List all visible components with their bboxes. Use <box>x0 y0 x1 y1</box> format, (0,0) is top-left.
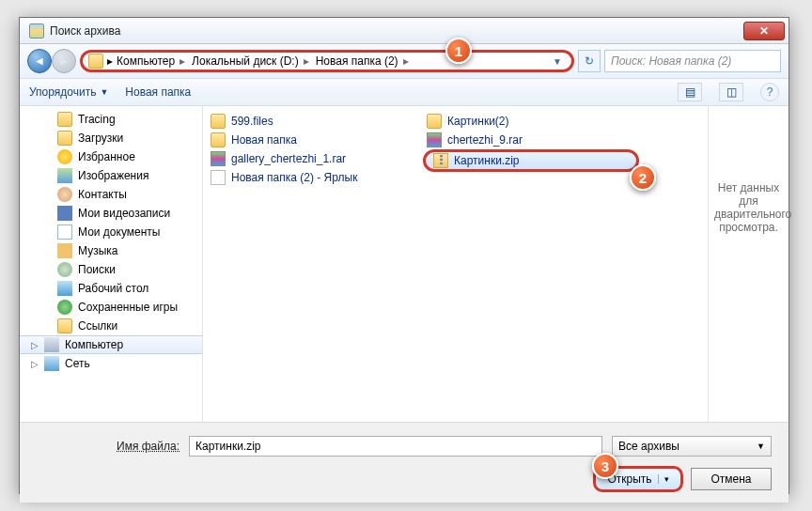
document-icon <box>57 225 72 240</box>
video-icon <box>57 206 72 221</box>
callout-2: 2 <box>630 164 656 191</box>
organize-button[interactable]: Упорядочить ▼ <box>29 85 108 99</box>
breadcrumb-folder[interactable]: Новая папка (2)▸ <box>316 54 412 68</box>
sidebar-item-images[interactable]: Изображения <box>20 166 202 185</box>
app-icon <box>29 23 44 39</box>
folder-icon <box>57 318 72 333</box>
folder-icon <box>211 132 226 147</box>
sidebar-item-tracing[interactable]: Tracing <box>20 110 202 129</box>
search-input[interactable]: Поиск: Новая папка (2) <box>604 50 781 72</box>
callout-1: 1 <box>445 38 472 64</box>
file-item[interactable]: Картинки(2) <box>423 112 639 131</box>
sidebar-item-downloads[interactable]: Загрузки <box>20 129 202 147</box>
star-icon <box>57 149 72 164</box>
sidebar-item-contacts[interactable]: Контакты <box>20 185 202 204</box>
music-icon <box>57 243 72 258</box>
file-item[interactable]: Новая папка (2) - Ярлык <box>207 168 423 187</box>
sidebar-item-myvideos[interactable]: Мои видеозаписи <box>20 204 202 223</box>
view-mode-button[interactable]: ▤ <box>678 83 702 101</box>
help-button[interactable]: ? <box>760 83 779 101</box>
nav-forward-button[interactable]: ► <box>52 49 76 73</box>
chevron-right-icon: ▸ <box>107 54 113 68</box>
rar-icon <box>427 132 442 147</box>
breadcrumb-drive[interactable]: Локальный диск (D:)▸ <box>192 54 312 68</box>
sidebar-item-searches[interactable]: Поиски <box>20 260 202 279</box>
sidebar: Tracing Загрузки Избранное Изображения К… <box>20 106 203 422</box>
nav-back-button[interactable]: ◄ <box>27 49 52 73</box>
address-bar[interactable]: ▸ Компьютер▸ Локальный диск (D:)▸ Новая … <box>80 50 574 72</box>
window-title: Поиск архива <box>50 24 743 38</box>
sidebar-item-favorites[interactable]: Избранное <box>20 147 202 166</box>
game-icon <box>57 300 72 315</box>
file-item[interactable]: chertezhi_9.rar <box>423 131 639 149</box>
sidebar-item-desktop[interactable]: Рабочий стол <box>20 279 202 298</box>
folder-icon <box>427 114 442 129</box>
network-icon <box>44 356 59 371</box>
sidebar-item-links[interactable]: Ссылки <box>20 317 202 335</box>
titlebar: Поиск архива ✕ <box>20 18 789 44</box>
close-button[interactable]: ✕ <box>743 22 785 40</box>
sidebar-item-mydocs[interactable]: Мои документы <box>20 223 202 241</box>
sidebar-item-savedgames[interactable]: Сохраненные игры <box>20 298 202 317</box>
toolbar: Упорядочить ▼ Новая папка ▤ ◫ ? <box>20 78 789 106</box>
folder-icon <box>57 131 72 146</box>
zip-icon <box>433 153 448 168</box>
bottom-bar: Имя файла: Все архивы▼ Открыть ▾ Отмена <box>20 422 789 503</box>
image-icon <box>57 168 72 183</box>
computer-icon <box>44 337 59 352</box>
preview-pane: Нет данных для дварительного просмотра. <box>708 106 789 422</box>
content-area: Tracing Загрузки Избранное Изображения К… <box>20 106 789 422</box>
callout-3: 3 <box>592 453 618 479</box>
file-item[interactable]: 599.files <box>207 112 423 131</box>
open-dialog: Поиск архива ✕ ◄ ► ▸ Компьютер▸ Локальны… <box>19 17 789 494</box>
rar-icon <box>211 151 226 166</box>
file-item[interactable]: gallery_chertezhi_1.rar <box>207 149 423 168</box>
filetype-combo[interactable]: Все архивы▼ <box>612 436 772 457</box>
filename-input[interactable] <box>189 436 602 457</box>
desktop-icon <box>57 281 72 296</box>
person-icon <box>57 187 72 202</box>
shortcut-icon <box>211 170 226 185</box>
file-item[interactable]: Новая папка <box>207 131 423 149</box>
refresh-button[interactable]: ↻ <box>578 50 601 72</box>
newfolder-button[interactable]: Новая папка <box>125 85 191 99</box>
sidebar-item-network[interactable]: ▷Сеть <box>20 354 202 373</box>
folder-icon <box>88 54 103 69</box>
filename-label: Имя файла: <box>117 440 180 453</box>
cancel-button[interactable]: Отмена <box>691 468 772 490</box>
search-icon <box>57 262 72 277</box>
folder-icon <box>57 112 72 127</box>
nav-row: ◄ ► ▸ Компьютер▸ Локальный диск (D:)▸ Но… <box>20 44 789 78</box>
address-dropdown-icon[interactable]: ▼ <box>549 56 566 67</box>
file-item-selected[interactable]: Картинки.zip <box>423 149 639 172</box>
folder-icon <box>211 114 226 129</box>
preview-pane-button[interactable]: ◫ <box>719 83 743 101</box>
file-list: 599.files Новая папка gallery_chertezhi_… <box>203 106 708 422</box>
breadcrumb-computer[interactable]: Компьютер▸ <box>117 54 188 68</box>
sidebar-item-computer[interactable]: ▷Компьютер <box>20 335 202 354</box>
sidebar-item-music[interactable]: Музыка <box>20 241 202 260</box>
